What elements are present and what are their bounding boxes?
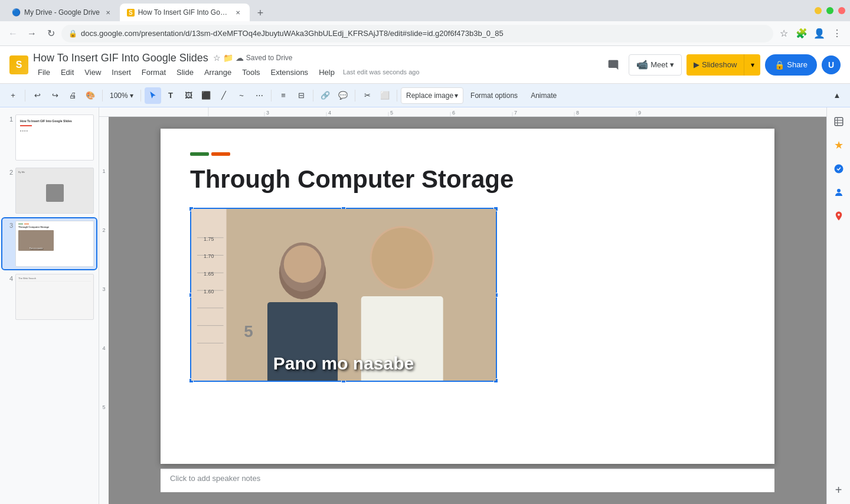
profile-button[interactable]: 👤 bbox=[811, 25, 828, 42]
refresh-button[interactable]: ↻ bbox=[42, 25, 59, 42]
address-bar[interactable]: 🔒 docs.google.com/presentation/d/13sm-dX… bbox=[61, 25, 773, 42]
user-avatar[interactable]: U bbox=[822, 55, 841, 74]
sidebar-check-icon[interactable] bbox=[829, 159, 848, 178]
sidebar-person-icon[interactable] bbox=[829, 183, 848, 202]
toolbar-paint-button[interactable]: 🎨 bbox=[82, 87, 99, 104]
drive-favicon: 🔵 bbox=[12, 8, 21, 17]
toolbar-sep-1 bbox=[25, 90, 25, 102]
format-options-button[interactable]: Format options bbox=[465, 87, 524, 104]
toolbar-collapse-button[interactable]: ▲ bbox=[829, 87, 845, 104]
menu-slide[interactable]: Slide bbox=[172, 67, 198, 78]
sidebar-star-icon[interactable]: ★ bbox=[829, 136, 848, 155]
slide-item-3[interactable]: 3 Through Computer Storage Pano mo nasab… bbox=[2, 218, 96, 269]
animate-label: Animate bbox=[531, 91, 557, 100]
minimize-button[interactable] bbox=[815, 7, 822, 14]
thumb1-subtitle: ● ● ● ● bbox=[18, 129, 91, 133]
toolbar-distribute-button[interactable]: ⊟ bbox=[293, 87, 309, 104]
tab-google-drive[interactable]: 🔵 My Drive - Google Drive ✕ bbox=[5, 4, 120, 21]
toolbar-undo-button[interactable]: ↩ bbox=[29, 87, 45, 104]
toolbar-add-button[interactable]: + bbox=[5, 87, 21, 104]
slide-item-1[interactable]: 1 How To Insert GIF Into Google Slides ●… bbox=[2, 112, 96, 163]
sidebar-sheets-icon[interactable] bbox=[829, 112, 848, 131]
thumb1-title: How To Insert GIF Into Google Slides bbox=[18, 117, 91, 123]
gif-caption-text: Pano mo nasabe bbox=[273, 354, 414, 373]
toolbar-link-button[interactable]: 🔗 bbox=[317, 87, 334, 104]
toolbar-shape-button[interactable]: ⬛ bbox=[198, 87, 214, 104]
menu-file[interactable]: File bbox=[33, 67, 55, 78]
doc-title-area: How To Insert GIF Into Google Slides ☆ 📁… bbox=[33, 52, 598, 78]
forward-button[interactable]: → bbox=[24, 25, 40, 42]
toolbar-image-button[interactable]: 🖼 bbox=[180, 87, 197, 104]
menu-arrange[interactable]: Arrange bbox=[200, 67, 236, 78]
browser-nav-icons: ☆ 🧩 👤 ⋮ bbox=[776, 25, 845, 42]
replace-image-label: Replace image bbox=[406, 91, 453, 100]
toolbar-mask-button[interactable]: ⬜ bbox=[377, 87, 393, 104]
replace-image-button[interactable]: Replace image ▾ bbox=[401, 87, 463, 104]
svg-text:1.75: 1.75 bbox=[204, 236, 214, 242]
app-header: S How To Insert GIF Into Google Slides ☆… bbox=[0, 46, 850, 84]
svg-text:1: 1 bbox=[102, 168, 105, 174]
more-button[interactable]: ⋮ bbox=[829, 25, 845, 42]
comment-button[interactable] bbox=[603, 54, 624, 76]
thumb3-title: Through Computer Storage bbox=[18, 225, 91, 228]
toolbar-connector-button[interactable]: ~ bbox=[233, 87, 250, 104]
toolbar-text-button[interactable]: T bbox=[162, 87, 179, 104]
toolbar-line-button[interactable]: ╱ bbox=[215, 87, 232, 104]
slideshow-button[interactable]: ▶ Slideshow bbox=[686, 54, 744, 76]
toolbar-crop-button[interactable]: ✂ bbox=[359, 87, 375, 104]
slideshow-dropdown-button[interactable]: ▾ bbox=[744, 54, 760, 76]
menu-tools[interactable]: Tools bbox=[237, 67, 264, 78]
tab-title-drive: My Drive - Google Drive bbox=[24, 8, 100, 17]
sidebar-maps-icon[interactable] bbox=[829, 207, 848, 225]
meet-button[interactable]: 📹 Meet ▾ bbox=[629, 54, 682, 76]
menu-format[interactable]: Format bbox=[137, 67, 171, 78]
dropdown-icon: ▾ bbox=[751, 61, 754, 69]
close-tab-slides[interactable]: ✕ bbox=[233, 8, 243, 17]
slide-item-2[interactable]: 2 By Me bbox=[2, 165, 96, 216]
toolbar-select-button[interactable] bbox=[145, 87, 161, 104]
tab-title-slides: How To Insert GIF Into Google Sl... bbox=[138, 8, 230, 17]
gif-image-container[interactable]: 1.75 1.70 1.65 1.60 5 5 bbox=[190, 208, 497, 382]
toolbar-redo-button[interactable]: ↪ bbox=[47, 87, 63, 104]
new-tab-button[interactable]: + bbox=[252, 5, 269, 21]
star-icon[interactable]: ☆ bbox=[213, 53, 221, 63]
slide-scroll-area[interactable]: Through Computer Storage bbox=[109, 117, 826, 504]
close-tab-drive[interactable]: ✕ bbox=[103, 8, 113, 17]
maximize-button[interactable] bbox=[826, 7, 833, 14]
tab-slides[interactable]: S How To Insert GIF Into Google Sl... ✕ bbox=[120, 4, 250, 21]
thumb2-image bbox=[46, 184, 64, 202]
back-button[interactable]: ← bbox=[5, 25, 21, 42]
animate-button[interactable]: Animate bbox=[525, 87, 563, 104]
play-icon: ▶ bbox=[694, 60, 699, 69]
gif-overlay-text: Pano mo nasabe bbox=[191, 346, 496, 381]
bookmark-star-button[interactable]: ☆ bbox=[776, 25, 792, 42]
menu-extensions[interactable]: Extensions bbox=[266, 67, 313, 78]
toolbar-align-button[interactable]: ≡ bbox=[275, 87, 292, 104]
sidebar-add-icon[interactable]: + bbox=[829, 480, 848, 499]
svg-text:5: 5 bbox=[390, 110, 393, 116]
folder-icon[interactable]: 📁 bbox=[223, 53, 233, 63]
slide-thumb-content-1: How To Insert GIF Into Google Slides ● ●… bbox=[16, 115, 93, 160]
speaker-notes-area[interactable]: Click to add speaker notes bbox=[161, 469, 774, 492]
navigation-bar: ← → ↻ 🔒 docs.google.com/presentation/d/1… bbox=[0, 21, 850, 46]
slide-thumb-1: How To Insert GIF Into Google Slides ● ●… bbox=[15, 114, 94, 161]
menu-edit[interactable]: Edit bbox=[56, 67, 79, 78]
svg-text:8: 8 bbox=[576, 110, 579, 116]
menu-view[interactable]: View bbox=[80, 67, 106, 78]
ruler-svg: 3 4 5 6 7 8 9 bbox=[99, 107, 826, 117]
green-bar bbox=[190, 152, 209, 156]
app-logo: S bbox=[9, 55, 28, 74]
toolbar-zoom-button[interactable]: 100% ▾ bbox=[106, 87, 137, 104]
toolbar-print-button[interactable]: 🖨 bbox=[64, 87, 81, 104]
menu-help[interactable]: Help bbox=[314, 67, 339, 78]
extensions-button[interactable]: 🧩 bbox=[793, 25, 810, 42]
menu-insert[interactable]: Insert bbox=[107, 67, 136, 78]
vruler-svg: 1 2 3 4 5 bbox=[99, 117, 109, 504]
share-button[interactable]: 🔒 Share bbox=[765, 54, 817, 76]
slide-item-4[interactable]: 4 The Web Search bbox=[2, 271, 96, 322]
toolbar-more-button[interactable]: ⋯ bbox=[251, 87, 267, 104]
close-button[interactable] bbox=[838, 7, 845, 14]
toolbar-comment-tb-button[interactable]: 💬 bbox=[335, 87, 351, 104]
slide-canvas[interactable]: Through Computer Storage bbox=[161, 129, 774, 464]
toolbar-sep-6 bbox=[355, 90, 355, 102]
